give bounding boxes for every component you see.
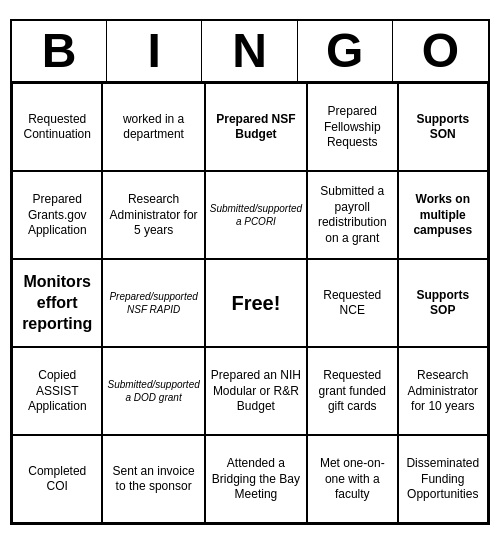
bingo-cell-24: Disseminated Funding Opportunities [398, 435, 488, 523]
bingo-grid: Requested Continuationworked in a depart… [12, 83, 488, 523]
bingo-header: BINGO [12, 21, 488, 84]
bingo-cell-12: Free! [205, 259, 307, 347]
bingo-letter-n: N [202, 21, 297, 82]
bingo-cell-8: Submitted a payroll redistribution on a … [307, 171, 397, 259]
bingo-cell-18: Requested grant funded gift cards [307, 347, 397, 435]
bingo-cell-15: Copied ASSIST Application [12, 347, 102, 435]
bingo-cell-16: Submitted/supported a DOD grant [102, 347, 204, 435]
bingo-card: BINGO Requested Continuationworked in a … [10, 19, 490, 526]
bingo-cell-9: Works on multiple campuses [398, 171, 488, 259]
bingo-cell-11: Prepared/supported NSF RAPID [102, 259, 204, 347]
bingo-cell-6: Research Administrator for 5 years [102, 171, 204, 259]
bingo-cell-7: Submitted/supported a PCORI [205, 171, 307, 259]
bingo-cell-14: Supports SOP [398, 259, 488, 347]
bingo-cell-4: Supports SON [398, 83, 488, 171]
bingo-cell-23: Met one-on-one with a faculty [307, 435, 397, 523]
bingo-letter-b: B [12, 21, 107, 82]
bingo-letter-g: G [298, 21, 393, 82]
bingo-cell-5: Prepared Grants.gov Application [12, 171, 102, 259]
bingo-cell-19: Research Administrator for 10 years [398, 347, 488, 435]
bingo-cell-10: Monitors effort reporting [12, 259, 102, 347]
bingo-cell-22: Attended a Bridging the Bay Meeting [205, 435, 307, 523]
bingo-cell-20: Completed COI [12, 435, 102, 523]
bingo-cell-3: Prepared Fellowship Requests [307, 83, 397, 171]
bingo-cell-1: worked in a department [102, 83, 204, 171]
bingo-letter-o: O [393, 21, 488, 82]
bingo-cell-17: Prepared an NIH Modular or R&R Budget [205, 347, 307, 435]
bingo-cell-21: Sent an invoice to the sponsor [102, 435, 204, 523]
bingo-letter-i: I [107, 21, 202, 82]
bingo-cell-0: Requested Continuation [12, 83, 102, 171]
bingo-cell-13: Requested NCE [307, 259, 397, 347]
bingo-cell-2: Prepared NSF Budget [205, 83, 307, 171]
